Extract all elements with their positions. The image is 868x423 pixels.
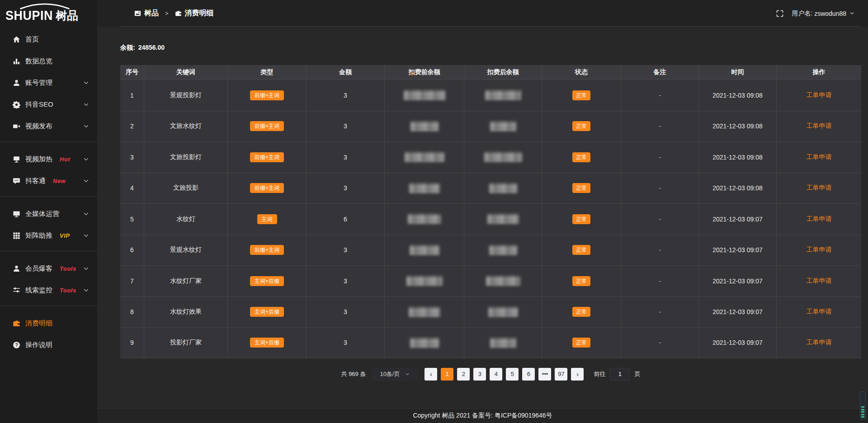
sliders-icon	[13, 287, 20, 294]
keyword-cell: 文旅投影灯	[144, 142, 227, 173]
column-header: 状态	[542, 65, 621, 80]
sidebar-item-1-0[interactable]: 视频加热Hot	[0, 148, 97, 170]
pager-next-button[interactable]: ›	[571, 368, 584, 381]
sidebar-item-label: 视频加热	[25, 155, 52, 164]
page-size-select[interactable]: 10条/页	[372, 367, 417, 381]
pager-page-button[interactable]: 97	[555, 368, 567, 381]
work-order-link[interactable]: 工单申请	[807, 277, 832, 285]
user-menu[interactable]: 用户名: zswodun88	[792, 9, 854, 18]
table-row: 1景观投影灯前缀+主词3正常-2021-12-03 09:08工单申请	[120, 80, 861, 111]
time-cell: 2021-12-03 09:07	[698, 204, 776, 235]
amount-cell: 3	[306, 328, 384, 358]
amount-cell: 3	[306, 142, 384, 173]
question-icon: ?	[13, 341, 20, 349]
note-cell: -	[621, 328, 698, 358]
work-order-link[interactable]: 工单申请	[807, 338, 832, 347]
sidebar-item-2-0[interactable]: 全媒体运营	[0, 203, 97, 225]
work-order-link[interactable]: 工单申请	[807, 153, 832, 161]
work-order-link[interactable]: 工单申请	[807, 246, 832, 254]
amount-cell: 3	[306, 111, 384, 142]
logo: SHUPIN树品	[0, 0, 97, 27]
work-order-link[interactable]: 工单申请	[807, 122, 832, 130]
sidebar-item-3-0[interactable]: 会员爆客Tools	[0, 258, 97, 279]
pager-ellipsis-button[interactable]: •••	[538, 368, 551, 381]
pager-page-button[interactable]: 1	[441, 368, 453, 381]
note-cell: -	[621, 204, 698, 235]
table-row: 9投影灯厂家主词+后缀3正常-2021-12-03 09:07工单申请	[120, 327, 861, 358]
app-window: SHUPIN树品 首页数据总览账号管理抖音SEO视频发布视频加热Hot抖客通Ne…	[0, 0, 868, 423]
sidebar-item-0-3[interactable]: 抖音SEO	[0, 94, 97, 115]
status-badge: 正常	[572, 245, 590, 255]
sidebar-item-0-4[interactable]: 视频发布	[0, 115, 97, 137]
sidebar-item-label: 矩阵助推	[25, 231, 52, 240]
type-badge: 前缀+主词	[250, 183, 284, 193]
balance-before-cell	[384, 235, 464, 266]
monitor-icon	[13, 210, 20, 218]
home-icon	[13, 36, 20, 43]
sidebar-item-0-0[interactable]: 首页	[0, 28, 97, 50]
action-cell: 工单申请	[776, 266, 861, 296]
status-cell: 正常	[542, 173, 621, 204]
work-order-link[interactable]: 工单申请	[807, 184, 832, 192]
time-cell: 2021-12-03 09:08	[698, 142, 776, 173]
pager-page-button[interactable]: 2	[457, 368, 470, 381]
type-badge: 前缀+主词	[250, 90, 284, 100]
username: zswodun88	[814, 10, 846, 17]
fullscreen-icon[interactable]	[776, 10, 783, 17]
sidebar-item-0-1[interactable]: 数据总览	[0, 50, 97, 72]
type-cell: 主词	[227, 204, 306, 235]
sidebar-item-4-0[interactable]: 消费明细	[0, 312, 97, 334]
note-cell: -	[621, 80, 698, 111]
sidebar-item-1-1[interactable]: 抖客通New	[0, 170, 97, 192]
table-row: 2文旅水纹灯前缀+主词3正常-2021-12-03 09:08工单申请	[120, 111, 861, 142]
sidebar-item-tag: Tools	[60, 265, 76, 272]
screen-icon	[13, 155, 20, 163]
sidebar-item-label: 首页	[25, 35, 39, 44]
goto-page-input[interactable]	[610, 368, 630, 381]
pager-prev-button[interactable]: ‹	[425, 368, 437, 381]
pager-page-button[interactable]: 5	[506, 368, 519, 381]
breadcrumb-item-current[interactable]: 消费明细	[175, 9, 214, 18]
status-badge: 正常	[572, 307, 590, 317]
balance-before-cell	[384, 328, 464, 358]
type-badge: 主词	[257, 214, 277, 224]
sidebar-item-0-2[interactable]: 账号管理	[0, 72, 97, 94]
amount-cell: 3	[306, 173, 384, 204]
type-cell: 前缀+主词	[227, 142, 306, 173]
table-row: 7水纹灯厂家主词+后缀3正常-2021-12-03 09:07工单申请	[120, 265, 861, 296]
chevron-down-icon	[83, 156, 89, 162]
logo-brand: SHUPIN	[5, 8, 53, 23]
sidebar-item-3-1[interactable]: 线索监控Tools	[0, 279, 97, 301]
work-order-link[interactable]: 工单申请	[807, 91, 832, 99]
type-cell: 前缀+主词	[227, 173, 306, 204]
keyword-cell: 投影灯厂家	[144, 328, 227, 358]
work-order-link[interactable]: 工单申请	[807, 308, 832, 316]
member-icon	[13, 265, 20, 273]
time-cell: 2021-12-03 09:07	[698, 297, 776, 328]
goto-suffix: 页	[634, 370, 640, 378]
sidebar-item-label: 操作说明	[25, 341, 52, 349]
breadcrumb-item-home[interactable]: 树品	[134, 9, 159, 18]
goto-label: 前往	[594, 370, 605, 378]
balance-after-cell	[464, 297, 542, 328]
amount-cell: 3	[306, 297, 384, 328]
pager-page-button[interactable]: 3	[473, 368, 486, 381]
chevron-down-icon	[83, 266, 89, 272]
sidebar-item-2-1[interactable]: 矩阵助推VIP	[0, 225, 97, 246]
balance-before-cell	[384, 173, 464, 204]
sidebar-item-4-1[interactable]: ?操作说明	[0, 334, 97, 356]
chevron-down-icon	[83, 233, 89, 239]
work-order-link[interactable]: 工单申请	[807, 215, 832, 223]
keyword-cell: 景观投影灯	[144, 80, 227, 111]
status-badge: 正常	[572, 121, 590, 131]
pager-page-button[interactable]: 6	[522, 368, 535, 381]
row-index-cell: 3	[120, 142, 144, 173]
action-cell: 工单申请	[776, 328, 861, 358]
table-header: 序号关键词类型金额扣费前余额扣费后余额状态备注时间操作	[120, 65, 861, 80]
pager-page-button[interactable]: 4	[490, 368, 502, 381]
scroll-widget[interactable]	[860, 391, 866, 419]
column-header: 扣费后余额	[464, 65, 542, 80]
status-badge: 正常	[572, 90, 590, 100]
total-count: 共 969 条	[341, 370, 366, 378]
time-cell: 2021-12-03 09:08	[698, 173, 776, 204]
